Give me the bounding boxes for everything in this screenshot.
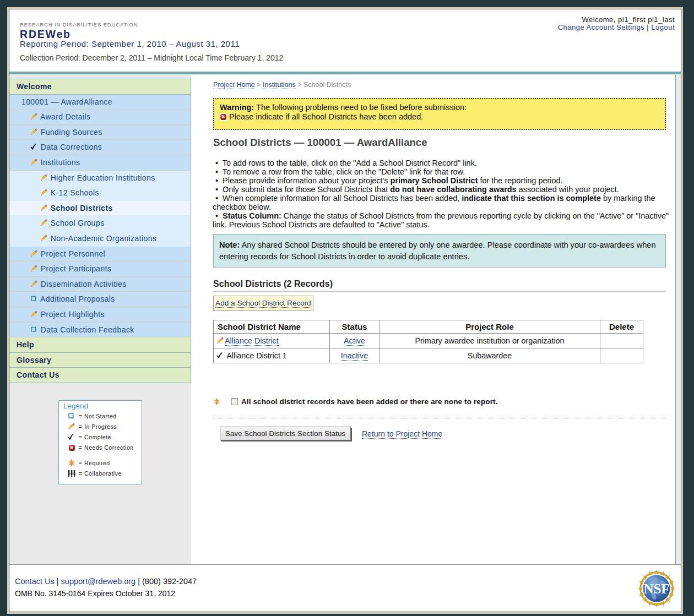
svg-text:NSF: NSF xyxy=(643,581,669,596)
